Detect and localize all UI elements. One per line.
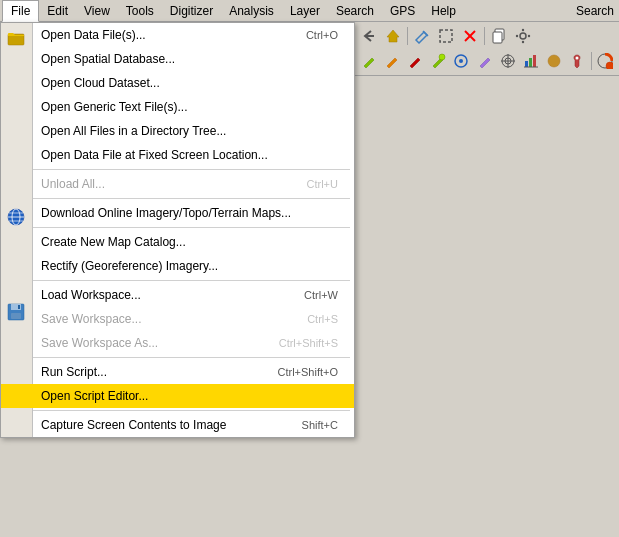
svg-rect-31 [533, 55, 536, 67]
svg-point-18 [522, 29, 524, 31]
svg-rect-16 [493, 32, 502, 43]
separator-2 [5, 198, 350, 199]
pencil2-button[interactable] [381, 50, 402, 72]
menu-open-fixed[interactable]: Open Data File at Fixed Screen Location.… [1, 143, 354, 167]
separator-4 [5, 280, 350, 281]
toolbar-area [355, 22, 619, 76]
menu-gps[interactable]: GPS [382, 0, 423, 22]
menu-open-text[interactable]: Open Generic Text File(s)... [1, 95, 354, 119]
svg-point-33 [548, 55, 560, 67]
pencil1-button[interactable] [358, 50, 379, 72]
menu-unload-all[interactable]: Unload All... Ctrl+U [1, 172, 354, 196]
svg-point-36 [606, 62, 613, 69]
separator-3 [5, 227, 350, 228]
edit-button[interactable] [411, 25, 433, 47]
menu-view[interactable]: View [76, 0, 118, 22]
separator-6 [5, 410, 350, 411]
menu-bar: File Edit View Tools Digitizer Analysis … [0, 0, 619, 22]
menu-help[interactable]: Help [423, 0, 464, 22]
chart-button[interactable] [520, 50, 541, 72]
svg-point-17 [520, 33, 526, 39]
menu-run-script[interactable]: Run Script... Ctrl+Shift+O [1, 360, 354, 384]
menu-save-workspace-as[interactable]: Save Workspace As... Ctrl+Shift+S [1, 331, 354, 355]
svg-rect-12 [440, 30, 452, 42]
menu-open-script-editor[interactable]: Open Script Editor... [1, 384, 354, 408]
svg-line-11 [423, 31, 428, 36]
toolbar-row-2 [357, 49, 617, 73]
tb-sep-1 [407, 27, 408, 45]
menu-download-imagery[interactable]: Download Online Imagery/Topo/Terrain Map… [1, 201, 354, 225]
menu-capture-screen[interactable]: Capture Screen Contents to Image Shift+C [1, 413, 354, 437]
menu-rectify[interactable]: Rectify (Georeference) Imagery... [1, 254, 354, 278]
tb-sep-3 [591, 52, 592, 70]
menu-search[interactable]: Search [328, 0, 382, 22]
main-content [355, 76, 619, 537]
menu-file[interactable]: File [2, 0, 39, 22]
copy-button[interactable] [488, 25, 510, 47]
search-area: Search [576, 0, 614, 22]
target-button[interactable] [497, 50, 518, 72]
settings-button[interactable] [512, 25, 534, 47]
menu-edit[interactable]: Edit [39, 0, 76, 22]
menu-save-workspace[interactable]: Save Workspace... Ctrl+S [1, 307, 354, 331]
toolbar-row-1 [357, 24, 617, 48]
menu-digitizer[interactable]: Digitizer [162, 0, 221, 22]
pencil5-button[interactable] [474, 50, 495, 72]
select-button[interactable] [435, 25, 457, 47]
menu-open-data-file[interactable]: Open Data File(s)... Ctrl+O [1, 23, 354, 47]
nav-back-button[interactable] [358, 25, 380, 47]
svg-point-24 [459, 59, 463, 63]
menu-open-all-files[interactable]: Open All Files in a Directory Tree... [1, 119, 354, 143]
menu-tools[interactable]: Tools [118, 0, 162, 22]
svg-point-21 [528, 35, 530, 37]
menu-create-map-catalog[interactable]: Create New Map Catalog... [1, 230, 354, 254]
svg-rect-29 [525, 61, 528, 67]
tb-sep-2 [484, 27, 485, 45]
circle-tool-button[interactable] [451, 50, 472, 72]
menu-load-workspace[interactable]: Load Workspace... Ctrl+W [1, 283, 354, 307]
separator-1 [5, 169, 350, 170]
svg-point-19 [522, 41, 524, 43]
home-button[interactable] [382, 25, 404, 47]
menu-open-spatial-db[interactable]: Open Spatial Database... [1, 47, 354, 71]
separator-5 [5, 357, 350, 358]
svg-rect-30 [529, 58, 532, 67]
svg-point-20 [516, 35, 518, 37]
svg-point-22 [439, 54, 445, 60]
pencil3-button[interactable] [404, 50, 425, 72]
menu-layer[interactable]: Layer [282, 0, 328, 22]
menu-open-cloud[interactable]: Open Cloud Dataset... [1, 71, 354, 95]
search-label: Search [576, 4, 614, 18]
circle2-button[interactable] [544, 50, 565, 72]
pin-button[interactable] [567, 50, 588, 72]
delete-button[interactable] [459, 25, 481, 47]
menu-analysis[interactable]: Analysis [221, 0, 282, 22]
svg-point-34 [576, 57, 579, 60]
file-dropdown: Open Data File(s)... Ctrl+O Open Spatial… [0, 22, 355, 438]
pencil4-button[interactable] [428, 50, 449, 72]
color-circle-button[interactable] [595, 50, 616, 72]
